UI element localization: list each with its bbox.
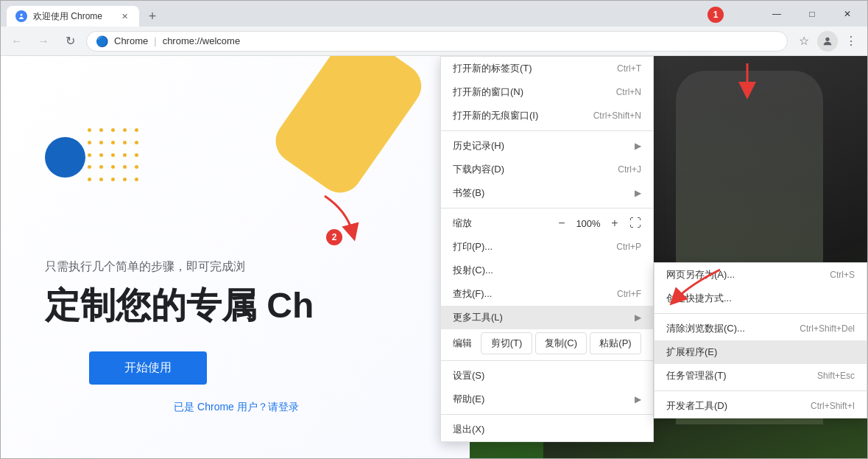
annotation-arrow-1 [725, 60, 769, 104]
close-button[interactable]: ✕ [830, 1, 864, 27]
menu-item-zoom: 缩放 − 100% + ⛶ [441, 211, 653, 235]
submenu-extensions[interactable]: 扩展程序(E) [654, 340, 867, 364]
zoom-in-button[interactable]: + [606, 214, 624, 232]
menu-item-print[interactable]: 打印(P)... Ctrl+P [441, 235, 653, 259]
menu-item-cast[interactable]: 投射(C)... [441, 259, 653, 282]
decorative-yellow-dots [85, 126, 144, 185]
menu-item-new-tab[interactable]: 打开新的标签页(T) Ctrl+T [441, 57, 653, 80]
menu-item-history[interactable]: 历史记录(H) ▶ [441, 134, 653, 158]
menu-item-new-tab-shortcut: Ctrl+T [617, 63, 641, 74]
menu-item-downloads[interactable]: 下载内容(D) Ctrl+J [441, 158, 653, 181]
content-area: 只需执行几个简单的步骤，即可完成浏 定制您的专属 Ch 开始使用 已是 Chro… [1, 56, 867, 458]
zoom-out-button[interactable]: − [553, 214, 571, 232]
annotation-arrow-3 [661, 262, 735, 314]
menu-separator-4 [441, 414, 653, 415]
browser-tab[interactable]: 欢迎使用 Chrome ✕ [7, 6, 139, 27]
cut-button[interactable]: 剪切(T) [481, 332, 532, 354]
menu-item-help[interactable]: 帮助(E) ▶ [441, 388, 653, 411]
start-button[interactable]: 开始使用 [89, 351, 207, 385]
menu-item-settings[interactable]: 设置(S) [441, 364, 653, 388]
copy-button[interactable]: 复制(C) [535, 332, 587, 354]
annotation-1: 1 [708, 7, 724, 23]
menu-separator-3 [441, 360, 653, 361]
main-context-menu: 打开新的标签页(T) Ctrl+T 打开新的窗口(N) Ctrl+N 打开新的无… [440, 56, 654, 442]
zoom-value: 100% [574, 218, 603, 229]
menu-arrow-bookmarks: ▶ [635, 188, 641, 198]
submenu-task-manager[interactable]: 任务管理器(T) Shift+Esc [654, 364, 867, 388]
menu-item-bookmarks[interactable]: 书签(B) ▶ [441, 181, 653, 205]
context-menus-container: 打开新的标签页(T) Ctrl+T 打开新的窗口(N) Ctrl+N 打开新的无… [440, 56, 867, 442]
welcome-background: 只需执行几个简单的步骤，即可完成浏 定制您的专属 Ch 开始使用 已是 Chro… [1, 56, 472, 458]
login-link[interactable]: 已是 Chrome 用户？请登录 [45, 401, 428, 414]
menu-arrow-help: ▶ [635, 394, 641, 404]
annotation-arrow-2 [310, 189, 369, 248]
restore-button[interactable]: □ [795, 1, 829, 27]
svg-point-2 [825, 37, 829, 41]
menu-arrow-more-tools: ▶ [635, 312, 641, 323]
tab-favicon [15, 10, 27, 22]
menu-item-new-window[interactable]: 打开新的窗口(N) Ctrl+N [441, 80, 653, 104]
menu-item-new-tab-label: 打开新的标签页(T) [453, 62, 605, 75]
svg-point-1 [21, 14, 23, 16]
welcome-subtitle: 只需执行几个简单的步骤，即可完成浏 [45, 259, 442, 275]
tab-title: 欢迎使用 Chrome [33, 10, 113, 23]
zoom-expand-button[interactable]: ⛶ [629, 217, 641, 230]
menu-item-find[interactable]: 查找(F)... Ctrl+F [441, 282, 653, 306]
new-tab-button[interactable]: + [142, 6, 163, 27]
url-bar[interactable]: 🔵 Chrome | chrome://welcome [86, 31, 788, 52]
url-address: chrome://welcome [163, 35, 240, 46]
forward-button[interactable]: → [33, 31, 54, 52]
menu-item-incognito[interactable]: 打开新的无痕窗口(I) Ctrl+Shift+N [441, 104, 653, 127]
refresh-button[interactable]: ↻ [60, 31, 80, 52]
profile-button[interactable] [817, 31, 838, 52]
address-bar: ← → ↻ 🔵 Chrome | chrome://welcome ☆ ⋮ [1, 27, 867, 56]
url-brand: Chrome [114, 35, 148, 46]
submenu-dev-tools[interactable]: 开发者工具(D) Ctrl+Shift+I [654, 394, 867, 418]
menu-item-edit-row: 编辑 剪切(T) 复制(C) 粘贴(P) [441, 329, 653, 357]
menu-separator-1 [441, 130, 653, 131]
minimize-button[interactable]: — [760, 1, 794, 27]
tab-close-button[interactable]: ✕ [119, 10, 130, 22]
browser-window: 欢迎使用 Chrome ✕ + 1 — □ ✕ ← → ↻ 🔵 Chrome |… [0, 0, 868, 459]
menu-separator-2 [441, 208, 653, 209]
submenu-separator-2 [654, 390, 867, 391]
title-bar: 欢迎使用 Chrome ✕ + 1 — □ ✕ [1, 1, 867, 27]
url-separator: | [154, 35, 156, 46]
back-button[interactable]: ← [7, 31, 27, 52]
menu-arrow-history: ▶ [635, 141, 641, 151]
welcome-text-area: 只需执行几个简单的步骤，即可完成浏 定制您的专属 Ch [45, 259, 442, 326]
menu-button[interactable]: ⋮ [841, 31, 861, 52]
paste-button[interactable]: 粘贴(P) [590, 332, 641, 354]
toolbar-actions: ☆ ⋮ [794, 31, 861, 52]
decorative-yellow-card [267, 56, 430, 201]
menu-item-more-tools[interactable]: 更多工具(L) ▶ [441, 306, 653, 329]
bookmark-button[interactable]: ☆ [794, 31, 814, 52]
url-site-icon: 🔵 [96, 35, 108, 47]
decorative-blue-circle [45, 137, 85, 178]
welcome-title: 定制您的专属 Ch [45, 287, 442, 326]
submenu-clear-data[interactable]: 清除浏览数据(C)... Ctrl+Shift+Del [654, 317, 867, 340]
menu-item-exit[interactable]: 退出(X) [441, 418, 653, 441]
window-controls: — □ ✕ [760, 1, 867, 27]
